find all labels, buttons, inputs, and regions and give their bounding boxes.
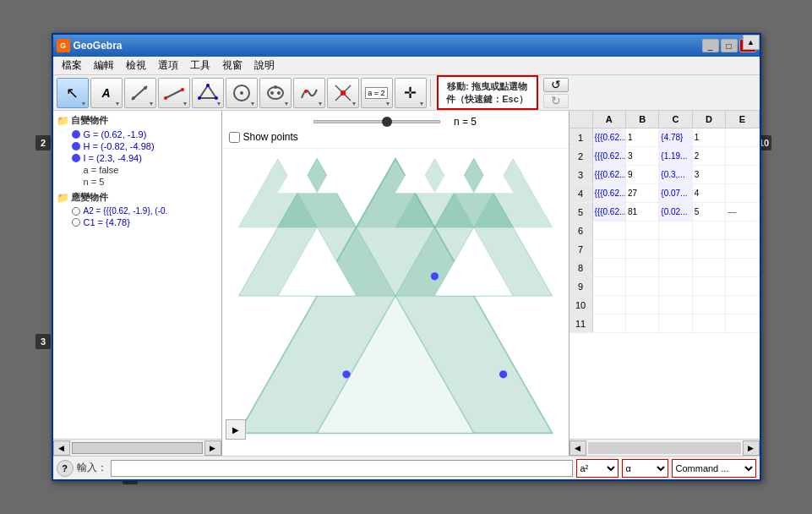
col-header-d: D (693, 111, 726, 128)
slider-label: n = 5 (454, 116, 477, 128)
slider-container: n = 5 (313, 116, 477, 128)
svg-line-3 (166, 90, 183, 98)
canvas-area: n = 5 Show points (222, 111, 569, 456)
point-g (430, 272, 438, 280)
menu-view[interactable]: 檢視 (121, 57, 151, 74)
list-dot (72, 207, 80, 216)
polygon-icon (198, 83, 218, 103)
col-header-c: C (659, 111, 692, 128)
undo-button[interactable]: ↺ (543, 78, 569, 92)
svg-point-13 (270, 91, 274, 95)
menu-tools[interactable]: 工具 (185, 57, 215, 74)
spreadsheet-scrollbar: ◀ ▶ ▲ (569, 439, 760, 456)
help-button[interactable]: ? (57, 460, 74, 477)
folder-icon: 📁 (57, 115, 69, 127)
scroll-left-button[interactable]: ◀ (53, 440, 70, 456)
drawing-canvas[interactable]: ▶ (222, 149, 569, 443)
move-tooltip: 移動: 拖曳或點選物件（快速鍵：Esc） (437, 75, 538, 110)
slider-track[interactable] (313, 120, 440, 123)
table-row: 8 (569, 259, 760, 277)
svg-point-8 (215, 96, 218, 100)
spreadsheet-header: A B C D E (569, 111, 760, 128)
command-select[interactable]: Command ... (672, 459, 756, 478)
command-input[interactable] (111, 460, 573, 477)
menu-bar: 檔案 編輯 檢視 選項 工具 視窗 說明 (53, 57, 760, 75)
list-item[interactable]: C1 = {4.78} (55, 216, 220, 228)
scroll-right-button[interactable]: ▶ (204, 440, 221, 456)
maximize-button[interactable]: □ (721, 39, 738, 52)
tool-slider[interactable]: a = 2 ▼ (361, 78, 393, 108)
point-icon: A (101, 86, 110, 100)
title-bar: G GeoGebra _ □ ✕ (53, 35, 760, 57)
svg-point-7 (206, 84, 210, 87)
point-dot (72, 154, 80, 162)
menu-file[interactable]: 檔案 (57, 57, 87, 74)
tool-point[interactable]: A ▼ (90, 78, 123, 108)
list-item[interactable]: a = false (55, 164, 220, 176)
ss-scroll-up[interactable]: ▲ (743, 35, 760, 50)
segment-icon (164, 83, 184, 103)
play-button[interactable]: ▶ (226, 419, 246, 440)
scroll-track[interactable] (72, 442, 203, 454)
slider-thumb[interactable] (382, 117, 392, 127)
row-header-empty (569, 111, 593, 128)
tool-conic[interactable]: ▼ (259, 78, 292, 108)
tool-select[interactable]: ↖ ▼ (57, 78, 89, 108)
show-points-checkbox[interactable] (229, 132, 240, 143)
list-item[interactable]: H = (-0.82, -4.98) (55, 140, 220, 152)
math-select-2[interactable]: α (622, 459, 668, 478)
svg-point-5 (181, 88, 184, 91)
menu-options[interactable]: 選項 (153, 57, 183, 74)
main-window: G GeoGebra _ □ ✕ 檔案 編輯 檢視 選項 工具 視窗 說明 ↖ (52, 33, 761, 481)
svg-point-19 (341, 90, 346, 96)
free-objects-header: 📁 自變物件 (55, 112, 220, 128)
object-list: 📁 自變物件 G = (0.62, -1.9) H = (-0.82, -4.9… (53, 111, 221, 439)
input-label: 輸入： (77, 461, 107, 475)
line-icon (130, 83, 150, 103)
folder-icon-2: 📁 (57, 192, 69, 204)
table-row: 4 {{{0.62... 27 {0.07... 4 (569, 184, 760, 203)
tool-segment[interactable]: ▼ (158, 78, 190, 108)
tool-line[interactable]: ▼ (124, 78, 156, 108)
redo-icon: ↻ (551, 94, 561, 107)
locus-icon (299, 83, 319, 103)
minimize-button[interactable]: _ (702, 39, 719, 52)
list-item[interactable]: I = (2.3, -4.94) (55, 152, 220, 164)
ss-scroll-right[interactable]: ▶ (743, 440, 760, 456)
circle-icon (232, 83, 252, 103)
list-item[interactable]: A2 = {{{0.62, -1.9}, (-0. (55, 205, 220, 216)
tool-polygon[interactable]: ▼ (192, 78, 224, 108)
table-row: 6 (569, 221, 760, 240)
annotation-2: 2 (35, 135, 51, 150)
menu-help[interactable]: 說明 (249, 57, 280, 74)
conic-icon (265, 83, 286, 103)
svg-marker-6 (199, 85, 216, 98)
tool-move[interactable]: ✛ ▼ (395, 78, 427, 108)
menu-edit[interactable]: 編輯 (89, 57, 119, 74)
math-select-1[interactable]: a² (576, 459, 619, 478)
ss-scroll-left[interactable]: ◀ (569, 440, 586, 456)
point-h (342, 370, 350, 378)
point-dot (72, 130, 80, 139)
list-item[interactable]: G = (0.62, -1.9) (55, 128, 220, 140)
col-header-b: B (626, 111, 659, 128)
tool-circle[interactable]: ▼ (226, 78, 258, 108)
svg-point-2 (144, 86, 147, 90)
table-row: 5 {{{0.62... 81 {0.02... 5 — (569, 203, 760, 221)
redo-button[interactable]: ↻ (543, 94, 569, 108)
svg-point-11 (240, 91, 243, 95)
spreadsheet: A B C D E 1 {{{0.62... 1 {4.78} 1 (569, 111, 760, 439)
svg-point-1 (132, 96, 135, 100)
ss-scroll-track[interactable] (588, 442, 741, 454)
svg-point-4 (164, 96, 167, 100)
point-i (499, 370, 506, 378)
col-header-e: E (726, 111, 759, 128)
svg-point-9 (198, 96, 201, 100)
tool-intersect[interactable]: ▼ (327, 78, 359, 108)
window-title: GeoGebra (74, 40, 123, 52)
menu-window[interactable]: 視窗 (217, 57, 248, 74)
app-icon: G (57, 39, 70, 52)
list-item[interactable]: n = 5 (55, 176, 220, 188)
tool-locus[interactable]: ▼ (293, 78, 325, 108)
svg-point-16 (304, 90, 308, 93)
